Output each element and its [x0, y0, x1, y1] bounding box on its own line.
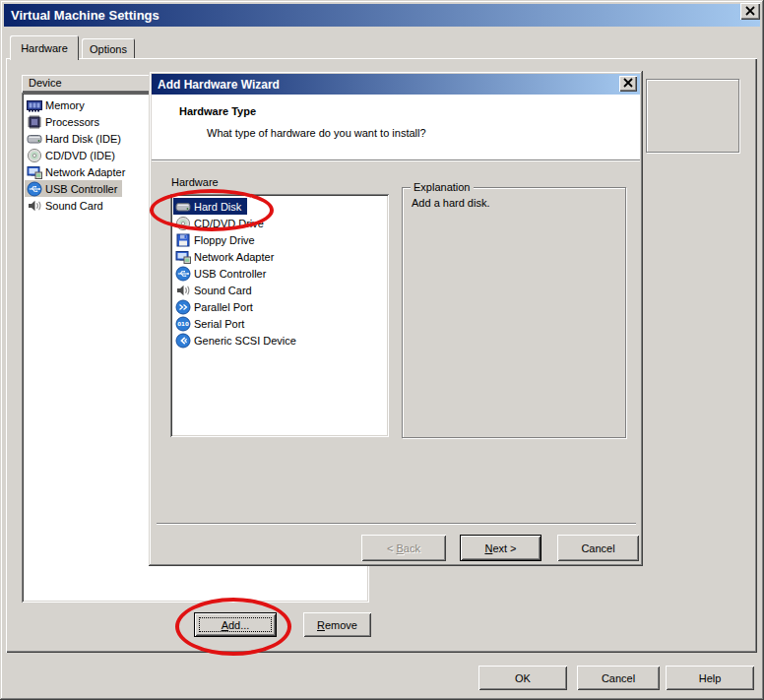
- cancel-button[interactable]: Cancel: [577, 666, 660, 690]
- hardware-list-item[interactable]: Parallel Port: [170, 298, 389, 315]
- cd-icon: [175, 216, 191, 231]
- ok-button[interactable]: OK: [478, 666, 567, 690]
- close-button[interactable]: [740, 3, 760, 20]
- sound-icon: [175, 283, 191, 298]
- wizard-heading: Hardware Type: [179, 105, 256, 117]
- hard-disk-icon: [175, 199, 191, 215]
- remove-button[interactable]: Remove: [303, 612, 371, 637]
- tab-hardware[interactable]: Hardware: [10, 35, 79, 60]
- tab-options[interactable]: Options: [82, 38, 135, 60]
- device-status-groupbox: [646, 79, 739, 153]
- explanation-text: Add a hard disk.: [412, 197, 490, 209]
- back-button[interactable]: < Back: [361, 535, 446, 561]
- usb-icon: [175, 266, 191, 282]
- hardware-type-list[interactable]: Hard Disk CD/DVD Drive Floppy Drive: [170, 194, 389, 437]
- hardware-list-item[interactable]: Generic SCSI Device: [170, 332, 389, 349]
- help-button[interactable]: Help: [666, 666, 754, 690]
- sound-icon: [27, 198, 42, 214]
- wizard-header: Hardware Type What type of hardware do y…: [152, 95, 640, 159]
- hardware-list-item[interactable]: Network Adapter: [170, 248, 389, 265]
- wizard-titlebar[interactable]: Add Hardware Wizard: [152, 74, 640, 95]
- close-icon: [622, 78, 634, 91]
- add-button-label: Add...: [222, 619, 250, 631]
- network-icon: [175, 249, 191, 265]
- memory-icon: [27, 97, 42, 113]
- close-icon: [744, 6, 756, 17]
- remove-button-label: Remove: [317, 619, 357, 631]
- cancel-button-label: Cancel: [602, 672, 635, 684]
- next-button[interactable]: Next >: [460, 535, 541, 561]
- tab-options-label: Options: [90, 43, 127, 55]
- window-title: Virtual Machine Settings: [11, 8, 159, 23]
- add-hardware-wizard-dialog: Add Hardware Wizard Hardware Type What t…: [149, 71, 643, 566]
- hard-disk-icon: [27, 131, 42, 147]
- wizard-cancel-button-label: Cancel: [581, 542, 614, 554]
- hardware-list-item[interactable]: CD/DVD Drive: [170, 215, 389, 231]
- explanation-legend: Explanation: [411, 180, 474, 194]
- ok-button-label: OK: [515, 672, 531, 684]
- hardware-list-item[interactable]: Sound Card: [170, 282, 389, 298]
- parallel-icon: [175, 299, 191, 315]
- device-column-header-label: Device: [29, 77, 62, 89]
- hardware-list-item[interactable]: USB Controller: [170, 265, 389, 282]
- wizard-close-button[interactable]: [619, 76, 637, 92]
- cd-icon: [27, 148, 42, 163]
- hardware-list-item[interactable]: Floppy Drive: [170, 231, 389, 248]
- next-button-label: Next >: [484, 542, 516, 554]
- hardware-list-item[interactable]: 010 Serial Port: [170, 315, 389, 332]
- wizard-subheading: What type of hardware do you want to ins…: [207, 127, 426, 139]
- network-icon: [27, 164, 42, 180]
- wizard-header-divider: [152, 159, 640, 161]
- tab-hardware-label: Hardware: [21, 42, 68, 54]
- usb-icon: [27, 181, 42, 197]
- svg-text:010: 010: [177, 321, 189, 327]
- hardware-list-label: Hardware: [171, 176, 219, 188]
- wizard-button-separator: [157, 523, 636, 525]
- back-button-label: < Back: [387, 542, 420, 554]
- hardware-list-item[interactable]: Hard Disk: [170, 198, 389, 215]
- explanation-groupbox: Explanation Add a hard disk.: [402, 187, 626, 438]
- scsi-icon: [175, 333, 191, 349]
- wizard-title: Add Hardware Wizard: [158, 78, 280, 92]
- processor-icon: [27, 114, 42, 130]
- floppy-icon: [175, 232, 191, 248]
- wizard-cancel-button[interactable]: Cancel: [557, 535, 639, 561]
- window-titlebar[interactable]: Virtual Machine Settings: [4, 4, 760, 27]
- add-button[interactable]: Add...: [194, 612, 277, 637]
- serial-icon: 010: [175, 316, 191, 332]
- virtual-machine-settings-window: Virtual Machine Settings Hardware Option…: [0, 0, 764, 700]
- help-button-label: Help: [699, 672, 722, 684]
